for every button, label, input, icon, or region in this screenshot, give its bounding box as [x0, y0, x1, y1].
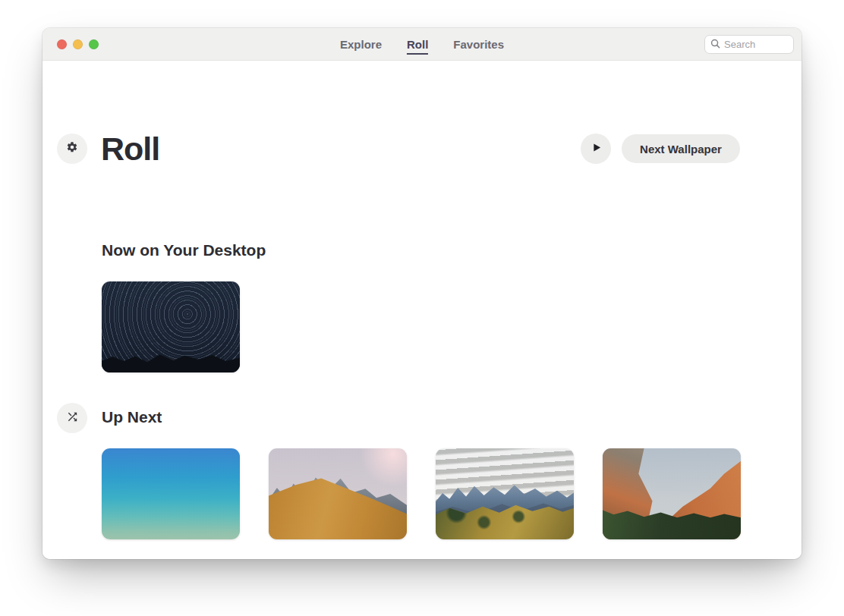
main-content: Roll Next Wallpaper Now on Your Desktop [43, 61, 801, 559]
shuffle-badge [57, 403, 87, 433]
up-next-thumbnail-2[interactable] [269, 448, 407, 539]
next-wallpaper-button[interactable]: Next Wallpaper [622, 134, 740, 163]
gear-icon [66, 141, 78, 156]
section-heading-now-on-desktop: Now on Your Desktop [102, 241, 266, 259]
shuffle-icon [66, 410, 79, 426]
page-title: Roll [101, 129, 159, 168]
section-heading-up-next: Up Next [102, 408, 162, 426]
tab-roll[interactable]: Roll [407, 34, 428, 55]
zoom-window-button[interactable] [89, 39, 99, 49]
search-input[interactable] [724, 39, 788, 50]
up-next-thumbnail-4[interactable] [603, 448, 741, 539]
minimize-window-button[interactable] [73, 39, 83, 49]
close-window-button[interactable] [57, 39, 67, 49]
tab-bar: Explore Roll Favorites [340, 28, 504, 60]
tab-explore[interactable]: Explore [340, 34, 382, 55]
search-icon [710, 38, 720, 52]
golden-slope-layer [269, 448, 407, 539]
play-icon [590, 142, 602, 156]
play-button[interactable] [581, 134, 611, 164]
traffic-lights [43, 39, 99, 49]
tab-favorites[interactable]: Favorites [453, 34, 504, 55]
current-wallpaper-thumbnail[interactable] [102, 281, 240, 372]
settings-badge [57, 134, 87, 164]
titlebar: Explore Roll Favorites [43, 28, 801, 61]
desktop-background: Explore Roll Favorites [0, 0, 844, 616]
up-next-thumbnail-1[interactable] [102, 448, 240, 539]
search-field[interactable] [704, 35, 794, 54]
app-window: Explore Roll Favorites [43, 28, 801, 559]
up-next-thumbnail-3[interactable] [436, 448, 574, 539]
